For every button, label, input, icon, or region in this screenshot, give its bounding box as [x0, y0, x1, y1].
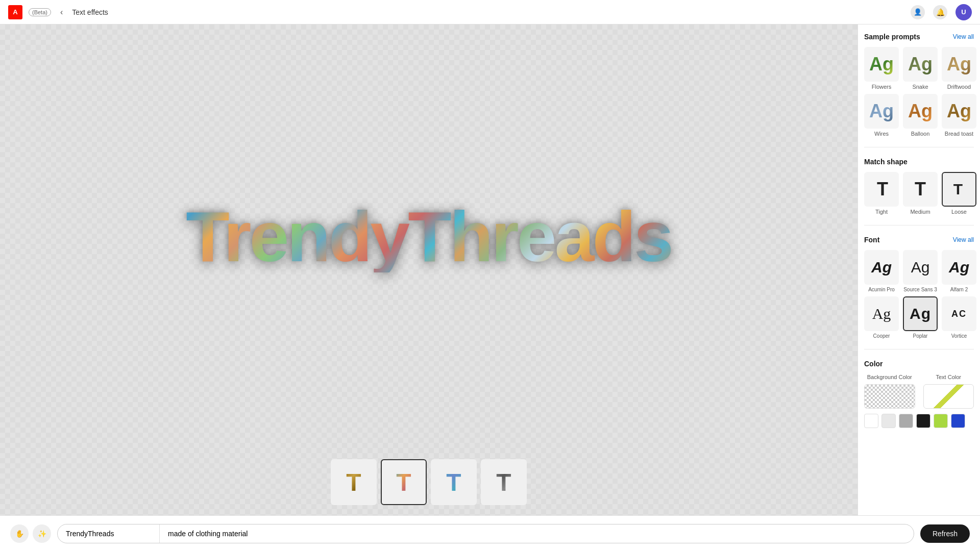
font-poplar-thumb: Ag	[903, 296, 938, 331]
font-cooper-label: Cooper	[873, 333, 890, 339]
text-color-label: Text Color	[923, 374, 974, 380]
prompt-breadtoast[interactable]: Ag Bread toast	[942, 94, 976, 137]
font-acumin[interactable]: Ag Acumin Pro	[864, 250, 899, 292]
font-title: Font	[864, 236, 879, 244]
font-alfarn-label: Alfarn 2	[950, 287, 968, 292]
page-title: Text effects	[72, 8, 108, 16]
bottom-left-icons: ✋ ✨	[10, 524, 51, 543]
thumbnail-3[interactable]: T	[431, 459, 477, 505]
canvas-area: TrendyThreads T T T T	[0, 24, 857, 515]
prompt-snake[interactable]: Ag Snake	[903, 47, 938, 90]
font-source[interactable]: Ag Source Sans 3	[903, 250, 938, 292]
shape-loose[interactable]: T Loose	[942, 172, 976, 215]
color-slash	[924, 385, 974, 408]
shape-tight-thumb: T	[864, 172, 899, 207]
font-vortice-thumb: AC	[942, 296, 976, 331]
bg-color-label: Background Color	[864, 374, 915, 380]
prompt-flowers-label: Flowers	[872, 84, 892, 90]
divider-3	[864, 349, 974, 349]
sample-prompts-section: Sample prompts View all Ag Flowers Ag Sn…	[864, 33, 974, 137]
prompt-wires[interactable]: Ag Wires	[864, 94, 899, 137]
color-title: Color	[864, 360, 883, 368]
prompt-breadtoast-label: Bread toast	[945, 131, 973, 137]
prompt-balloon[interactable]: Ag Balloon	[903, 94, 938, 137]
font-alfarn[interactable]: Ag Alfarn 2	[942, 250, 976, 292]
topbar: A (Beta) ‹ Text effects 👤 🔔 U	[0, 0, 980, 24]
shape-medium[interactable]: T Medium	[903, 172, 938, 215]
user-icon[interactable]: 👤	[911, 5, 925, 19]
font-source-label: Source Sans 3	[903, 287, 937, 292]
swatch-gray[interactable]	[899, 414, 913, 428]
divider-1	[864, 147, 974, 147]
font-section: Font View all Ag Acumin Pro Ag Source Sa…	[864, 236, 974, 339]
adobe-logo: A	[8, 5, 22, 19]
font-acumin-thumb: Ag	[864, 250, 899, 285]
canvas-text: TrendyThreads	[176, 201, 682, 272]
prompt-snake-thumb: Ag	[903, 47, 938, 82]
main-layout: TrendyThreads T T T T Sample prompts Vie…	[0, 24, 980, 515]
font-header: Font View all	[864, 236, 974, 244]
match-shape-title: Match shape	[864, 158, 908, 166]
divider-2	[864, 225, 974, 226]
pan-icon[interactable]: ✋	[10, 524, 29, 543]
font-vortice-label: Vortice	[951, 333, 967, 339]
beta-badge: (Beta)	[29, 8, 51, 16]
swatch-white[interactable]	[864, 414, 878, 428]
notification-icon[interactable]: 🔔	[933, 5, 947, 19]
bg-color-picker[interactable]	[864, 384, 915, 409]
font-view-all[interactable]: View all	[953, 236, 974, 243]
shape-medium-label: Medium	[910, 209, 930, 215]
sample-prompts-header: Sample prompts View all	[864, 33, 974, 41]
text-input[interactable]	[58, 524, 160, 543]
bottom-bar: ✋ ✨ Refresh	[0, 515, 980, 551]
shape-tight[interactable]: T Tight	[864, 172, 899, 215]
font-vortice[interactable]: AC Vortice	[942, 296, 976, 339]
font-poplar-label: Poplar	[913, 333, 928, 339]
shape-tight-label: Tight	[875, 209, 888, 215]
sample-prompts-view-all[interactable]: View all	[953, 33, 974, 40]
prompt-wires-label: Wires	[874, 131, 889, 137]
thumbnail-4[interactable]: T	[481, 459, 527, 505]
shape-medium-thumb: T	[903, 172, 938, 207]
text-color-picker[interactable]	[923, 384, 974, 409]
match-shape-section: Match shape T Tight T Medium	[864, 158, 974, 215]
shape-loose-label: Loose	[951, 209, 967, 215]
swatch-green[interactable]	[934, 414, 948, 428]
color-labels: Background Color Text Color	[864, 374, 974, 380]
input-group	[57, 524, 914, 543]
font-acumin-label: Acumin Pro	[868, 287, 895, 292]
font-grid: Ag Acumin Pro Ag Source Sans 3 Ag Alfarn…	[864, 250, 974, 339]
font-poplar[interactable]: Ag Poplar	[903, 296, 938, 339]
swatch-black[interactable]	[916, 414, 930, 428]
font-cooper-thumb: Ag	[864, 296, 899, 331]
prompt-driftwood[interactable]: Ag Driftwood	[942, 47, 976, 90]
thumbnail-strip: T T T T	[331, 459, 527, 505]
prompt-driftwood-thumb: Ag	[942, 47, 976, 82]
sparkle-icon[interactable]: ✨	[33, 524, 51, 543]
refresh-button[interactable]: Refresh	[920, 524, 970, 543]
thumbnail-2[interactable]: T	[381, 459, 427, 505]
sample-prompts-title: Sample prompts	[864, 33, 920, 41]
color-pickers-row	[864, 384, 974, 409]
avatar[interactable]: U	[955, 4, 972, 20]
back-button[interactable]: ‹	[57, 6, 66, 19]
canvas-container: TrendyThreads	[0, 24, 857, 449]
prompt-driftwood-label: Driftwood	[947, 84, 971, 90]
prompt-wires-thumb: Ag	[864, 94, 899, 129]
topbar-right: 👤 🔔 U	[911, 4, 972, 20]
swatch-blue[interactable]	[951, 414, 965, 428]
font-alfarn-thumb: Ag	[942, 250, 976, 285]
prompt-snake-label: Snake	[912, 84, 928, 90]
right-panel: Sample prompts View all Ag Flowers Ag Sn…	[857, 24, 980, 515]
match-shape-header: Match shape	[864, 158, 974, 166]
color-header: Color	[864, 360, 974, 368]
thumbnail-1[interactable]: T	[331, 459, 377, 505]
font-source-thumb: Ag	[903, 250, 938, 285]
prompt-flowers[interactable]: Ag Flowers	[864, 47, 899, 90]
shape-grid: T Tight T Medium T Loose	[864, 172, 974, 215]
prompt-flowers-thumb: Ag	[864, 47, 899, 82]
font-cooper[interactable]: Ag Cooper	[864, 296, 899, 339]
prompt-balloon-label: Balloon	[911, 131, 930, 137]
prompt-input[interactable]	[160, 524, 914, 543]
swatch-light-gray[interactable]	[881, 414, 896, 428]
